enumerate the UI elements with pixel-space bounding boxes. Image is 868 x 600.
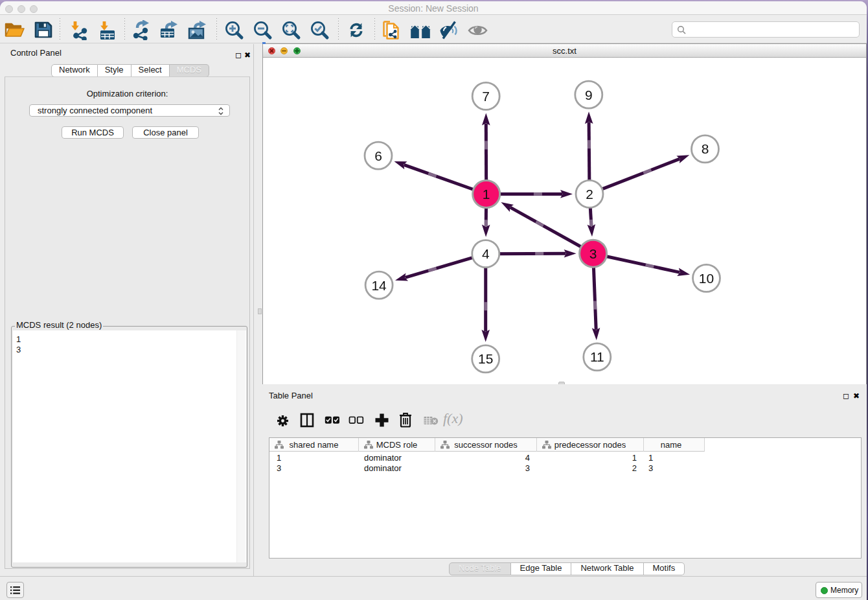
- svg-text:15: 15: [478, 351, 493, 366]
- svg-text:7: 7: [482, 89, 490, 104]
- svg-text:10: 10: [699, 271, 714, 286]
- svg-text:8: 8: [702, 141, 709, 156]
- svg-text:2: 2: [586, 187, 593, 202]
- svg-text:14: 14: [371, 278, 387, 293]
- svg-text:3: 3: [589, 246, 597, 261]
- svg-text:6: 6: [374, 148, 382, 163]
- svg-text:9: 9: [585, 87, 593, 102]
- svg-text:11: 11: [590, 349, 604, 364]
- svg-text:1: 1: [483, 187, 490, 202]
- svg-text:4: 4: [482, 246, 490, 261]
